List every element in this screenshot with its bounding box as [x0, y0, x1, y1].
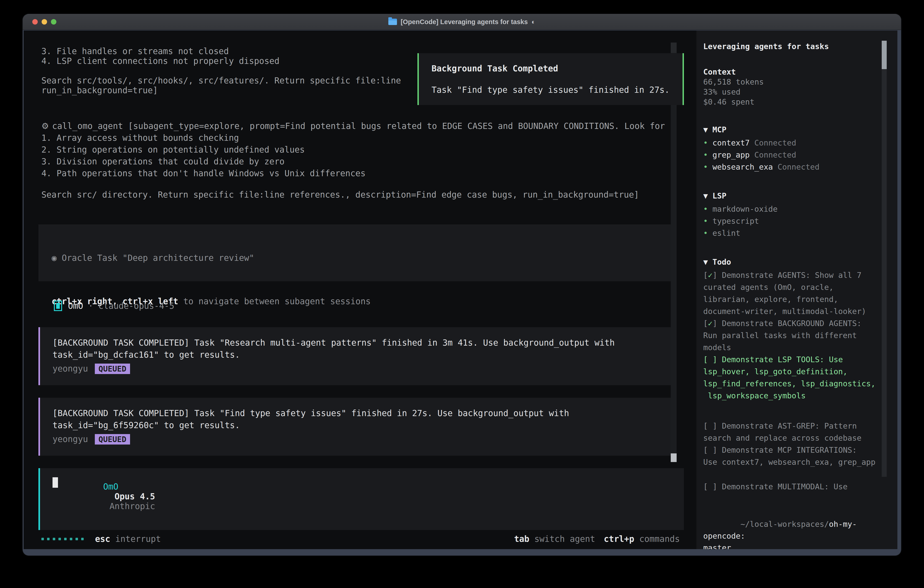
context-used: 33% used [703, 87, 881, 97]
terminal-line: 2. String operations on potentially unde… [41, 144, 665, 156]
bullet-icon: • [703, 228, 708, 238]
input-provider-label: Anthropic [110, 501, 155, 511]
background-task-message[interactable]: [BACKGROUND TASK COMPLETED] Task "Find t… [38, 398, 674, 456]
window-title: [OpenCode] Leveraging agents for tasks ◐ [388, 18, 535, 26]
window-content: 3. File handles or streams not closed 4.… [24, 30, 898, 549]
main-scrollbar-top-segment[interactable] [671, 43, 676, 53]
todo-item[interactable]: [ ] Demonstrate AST-GREP: Pattern search… [703, 420, 878, 444]
agent-model: claude-opus-4-5 [99, 301, 174, 311]
chevron-down-icon: ▼ [703, 125, 708, 134]
lsp-item: •eslint [703, 227, 881, 239]
todo-item[interactable]: [✓] Demonstrate AGENTS: Show all 7 curat… [703, 269, 878, 317]
mcp-item: •grep_app Connected [703, 149, 881, 161]
input-agent-label: OmO [103, 482, 119, 492]
main-scrollbar-thumb[interactable] [671, 453, 676, 462]
mcp-item: •context7 Connected [703, 137, 881, 149]
context-spent: $0.46 spent [703, 97, 881, 107]
esc-hint: esc interrupt [95, 534, 161, 544]
sidebar-scrollbar-track[interactable] [882, 41, 887, 477]
todo-item[interactable]: [ ] Demonstrate MCP INTEGRATIONS: Use co… [703, 444, 878, 468]
folder-icon [388, 19, 397, 25]
terminal-output-block-2: ⚙ call_omo_agent [subagent_type=explore,… [41, 120, 665, 201]
gear-icon: ⚙ [41, 120, 49, 132]
bullet-icon: • [703, 138, 708, 147]
tool-call-line: ⚙ call_omo_agent [subagent_type=explore,… [41, 120, 665, 132]
fisheye-icon: ◉ [52, 253, 57, 263]
main-scrollbar-track[interactable] [671, 43, 676, 462]
terminal-line: 3. File handles or streams not closed [41, 46, 401, 56]
lsp-list: •markdown-oxide •typescript •eslint [703, 203, 881, 239]
oracle-task-card[interactable]: ◉ Oracle Task "Deep architecture review"… [38, 225, 675, 281]
empty-check-icon [708, 482, 712, 491]
mcp-list: •context7 Connected •grep_app Connected … [703, 137, 881, 173]
session-title: Leveraging agents for tasks [703, 41, 881, 51]
oracle-task-title: ◉ Oracle Task "Deep architecture review" [52, 253, 675, 263]
message-text-line: task_id="bg_dcfac161" to get results. [53, 349, 674, 361]
separator-dot: · [88, 301, 93, 311]
terminal-line: run_in_background=true] [41, 86, 401, 95]
input-meta: OmO Opus 4.5 Anthropic [53, 472, 155, 521]
terminal-output-block-1: 3. File handles or streams not closed 4.… [41, 46, 401, 95]
status-badge: QUEUED [95, 434, 130, 444]
notification-title: Background Task Completed [432, 64, 683, 74]
bullet-icon: • [703, 216, 708, 226]
message-text-line: [BACKGROUND TASK COMPLETED] Task "Find t… [53, 407, 674, 419]
todo-list: [✓] Demonstrate AGENTS: Show all 7 curat… [703, 269, 878, 493]
chevron-down-icon: ▼ [703, 258, 708, 266]
terminal-line: Search src/tools/, src/hooks/, src/featu… [41, 76, 401, 86]
window-title-text: [OpenCode] Leveraging agents for tasks [401, 18, 528, 26]
status-bar-right: tab switch agent ctrl+p commands [514, 534, 680, 544]
todo-section-header[interactable]: ▼Todo [703, 257, 881, 267]
toast-notification[interactable]: Background Task Completed Task "Find typ… [417, 53, 684, 105]
context-heading: Context [703, 67, 881, 77]
check-icon: ✓ [708, 319, 712, 328]
todo-item[interactable]: [✓] Demonstrate BACKGROUND AGENTS: Run p… [703, 317, 878, 353]
app-window: [OpenCode] Leveraging agents for tasks ◐… [23, 14, 901, 555]
tab-hint: tab switch agent [514, 534, 595, 544]
prompt-input[interactable]: OmO Opus 4.5 Anthropic [38, 468, 684, 530]
zoom-window-button[interactable] [51, 19, 56, 25]
notification-body: Task "Find type safety issues" finished … [432, 85, 683, 95]
terminal-line: 1. Array access without bounds checking [41, 132, 665, 144]
background-task-message[interactable]: [BACKGROUND TASK COMPLETED] Task "Resear… [38, 327, 674, 385]
tool-call-text: call_omo_agent [subagent_type=explore, p… [52, 120, 665, 132]
status-bar: esc interrupt tab switch agent ctrl+p co… [41, 534, 680, 544]
close-window-button[interactable] [32, 19, 38, 25]
message-author: yeongyu [53, 363, 88, 375]
bullet-icon: • [703, 162, 708, 172]
message-meta: yeongyu QUEUED [53, 433, 674, 445]
message-text-line: [BACKGROUND TASK COMPLETED] Task "Resear… [53, 337, 674, 349]
terminal-line: 4. Path operations that don't handle Win… [41, 168, 665, 179]
todo-item-current[interactable]: [ ] Demonstrate LSP TOOLS: Use lsp_hover… [703, 353, 878, 402]
message-meta: yeongyu QUEUED [53, 363, 674, 375]
session-indicator-icon: ◐ [531, 18, 535, 26]
mcp-section-header[interactable]: ▼MCP [703, 125, 881, 135]
empty-check-icon [708, 421, 712, 430]
terminal-line: 3. Division operations that could divide… [41, 156, 665, 168]
context-tokens: 66,518 tokens [703, 77, 881, 87]
check-icon: ✓ [708, 271, 712, 280]
agent-header: OmO · claude-opus-4-5 [54, 301, 174, 311]
chevron-down-icon: ▼ [703, 191, 708, 200]
todo-item[interactable]: [ ] Demonstrate MULTIMODAL: Use [703, 481, 878, 493]
agent-name: OmO [68, 301, 83, 311]
input-model-label: Opus 4.5 [115, 492, 155, 501]
omo-agent-icon [54, 301, 62, 311]
status-badge: QUEUED [95, 363, 130, 374]
activity-dots [41, 538, 84, 540]
title-bar: [OpenCode] Leveraging agents for tasks ◐ [23, 14, 901, 30]
session-sidebar: Leveraging agents for tasks Context 66,5… [696, 30, 898, 549]
minimize-window-button[interactable] [41, 19, 47, 25]
workspace-path: ~/local-workspaces/oh-my-opencode: maste… [703, 506, 878, 549]
sidebar-scrollbar-thumb[interactable] [882, 41, 887, 69]
message-author: yeongyu [53, 433, 88, 445]
mcp-item: •websearch_exa Connected [703, 161, 881, 173]
empty-check-icon [708, 446, 712, 454]
lsp-item: •typescript [703, 215, 881, 227]
terminal-line: 4. LSP client connections not properly d… [41, 56, 401, 66]
message-text-line: task_id="bg_6f59260c" to get results. [53, 419, 674, 431]
lsp-section-header[interactable]: ▼LSP [703, 191, 881, 201]
traffic-lights [32, 19, 56, 25]
commands-hint: ctrl+p commands [599, 534, 680, 544]
bullet-icon: • [703, 205, 708, 213]
